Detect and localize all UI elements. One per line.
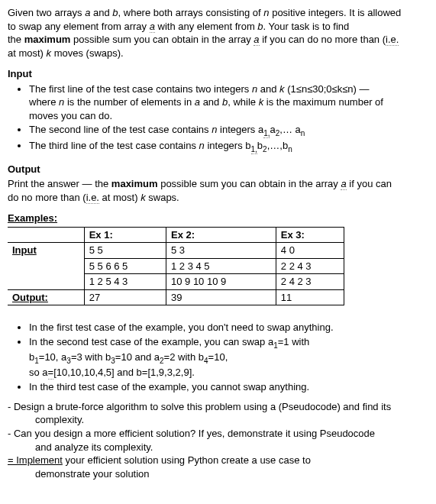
text: integers b: [205, 140, 251, 151]
text: Ex 2:: [171, 229, 195, 241]
cell: 10 9 10 10 9: [166, 274, 276, 290]
text: =10, a: [39, 351, 67, 363]
row-header-output: Output:: [8, 289, 84, 305]
var-n: n: [263, 7, 269, 18]
cell: 2 4 2 3: [276, 274, 344, 290]
text: The first line of the test case contains…: [29, 83, 252, 95]
cell: 5 5: [84, 243, 166, 259]
text: and: [90, 7, 112, 18]
text: integers a: [217, 124, 263, 135]
text: possible sum you can obtain in the array: [70, 34, 254, 45]
text: at most): [8, 47, 47, 59]
text: do no more than (: [8, 192, 86, 203]
text: and: [257, 83, 279, 95]
cell: 5 3: [166, 243, 276, 259]
input-item-2: The second line of the test case contain…: [29, 123, 428, 138]
text: Print the answer — the: [8, 178, 111, 189]
text: b: [257, 140, 263, 151]
text: = Implement: [8, 454, 63, 466]
text: to swap any element from array: [8, 21, 150, 32]
tasks-block: - Design a brute-force algorithm to solv…: [8, 400, 428, 480]
col-header: Ex 1:: [84, 227, 166, 243]
text: ,… a: [279, 124, 300, 135]
text: if you can: [347, 178, 392, 189]
output-heading: Output: [8, 163, 428, 176]
input-item-1: The first line of the test case contains…: [29, 82, 428, 123]
text: so a: [29, 367, 48, 378]
text: Ex 1:: [89, 229, 113, 241]
text: is the maximum number of: [263, 96, 383, 108]
text: The third line of the test case contains: [29, 140, 199, 151]
text: =2 with b: [164, 351, 204, 363]
text: The second line of the test case contain…: [29, 124, 212, 135]
text: ,…,b: [267, 140, 288, 151]
text: [10,10,10,4,5] and b=[1,9,3,2,9].: [53, 367, 195, 378]
var-a-ul: a: [150, 21, 155, 33]
task-1a: - Design a brute-force algorithm to solv…: [8, 400, 428, 414]
input-item-3: The third line of the test case contains…: [29, 139, 428, 154]
text: . Your task is to find: [263, 21, 350, 32]
cell: 27: [84, 289, 166, 305]
text: if you can do no more than (: [260, 34, 386, 45]
text: Ex 3:: [281, 229, 305, 241]
text: swaps.: [146, 192, 179, 203]
cell: 1 2 5 4 3: [84, 274, 166, 290]
text: , where both arrays consisting of: [118, 7, 264, 18]
text: Input: [12, 244, 37, 256]
text: =10,: [208, 351, 228, 363]
explain-item-3: In the third test case of the example, y…: [29, 380, 428, 394]
text: moves (swaps).: [51, 47, 124, 59]
text: and: [200, 96, 222, 108]
text: moves you can do.: [29, 110, 112, 121]
text: your efficient solution using Python cre…: [63, 454, 311, 466]
text: at most): [99, 192, 140, 203]
cell-blank: [8, 227, 84, 243]
var-a: a: [195, 96, 200, 108]
text: Output:: [12, 292, 48, 303]
var-b: b: [257, 21, 263, 32]
sub: n: [288, 145, 292, 153]
abbr-ie: i.e.: [86, 192, 99, 204]
examples-table: Ex 1: Ex 2: Ex 3: Input 5 5 5 3 4 0 5 5 …: [8, 227, 344, 306]
text: =1 with: [278, 336, 310, 347]
text: , while: [228, 96, 258, 108]
text: In the second test case of the example, …: [29, 336, 273, 347]
problem-intro: Given two arrays a and b, where both arr…: [8, 6, 428, 60]
explain-item-1: In the first test case of the example, y…: [29, 321, 428, 334]
cell: 5 5 6 6 5: [84, 258, 166, 274]
text: (1≤n≤30;0≤k≤n) —: [285, 83, 370, 95]
var-b: b: [112, 7, 118, 18]
cell: 1 2 3 4 5: [166, 258, 276, 274]
text: a: [270, 124, 275, 135]
kw-maximum: maximum: [111, 178, 158, 189]
text: =10 and a: [115, 351, 160, 363]
text: with any element from: [155, 21, 257, 32]
cell: 39: [166, 289, 276, 305]
explain-list: In the first test case of the example, y…: [8, 321, 428, 394]
examples-heading: Examples:: [8, 212, 428, 225]
cell: 11: [276, 289, 344, 305]
task-3a: = Implement your efficient solution usin…: [8, 454, 428, 467]
text: where: [29, 96, 59, 108]
output-text: Print the answer — the maximum possible …: [8, 177, 428, 204]
input-list: The first line of the test case contains…: [8, 82, 428, 155]
kw-maximum: maximum: [24, 34, 71, 45]
sub: n: [301, 129, 305, 137]
var-a-ul: a: [341, 178, 346, 190]
text: is the number of elements in: [64, 96, 195, 108]
var-a-ul: a: [254, 34, 259, 46]
task-2a: - Can you design a more efficient soluti…: [8, 427, 428, 441]
cell: 4 0: [276, 243, 344, 259]
row-header-input: Input: [8, 243, 84, 290]
text: possible sum you can obtain in the array: [158, 178, 341, 189]
col-header: Ex 3:: [276, 227, 344, 243]
cell: 2 2 4 3: [276, 258, 344, 274]
text: Given two arrays: [8, 7, 85, 18]
task-1b: complexity.: [8, 413, 428, 427]
sub: 1,: [251, 145, 257, 154]
col-header: Ex 2:: [166, 227, 276, 243]
text: =3 with b: [71, 351, 111, 363]
abbr-ie: i.e.: [386, 34, 399, 46]
task-2b: and analyze its complexity.: [8, 441, 428, 454]
var-n: n: [199, 140, 205, 151]
